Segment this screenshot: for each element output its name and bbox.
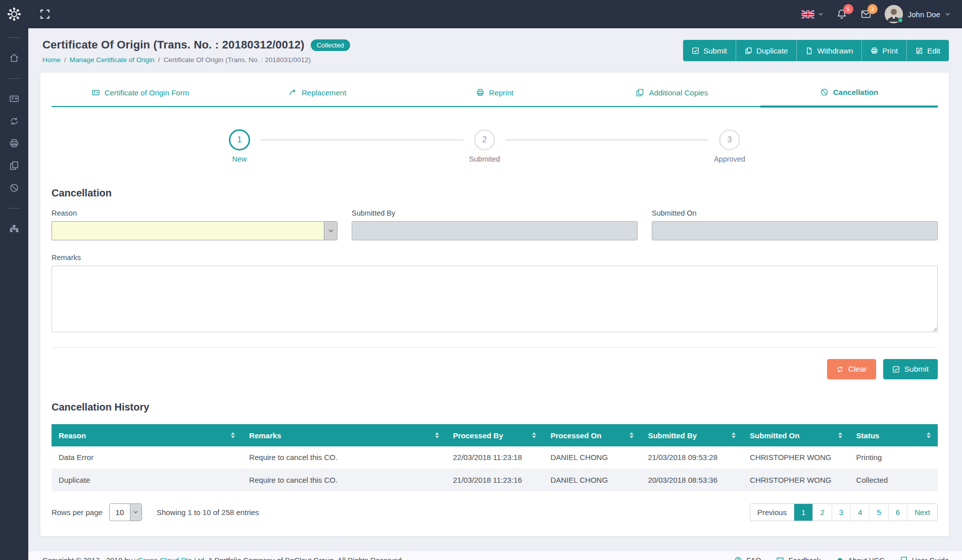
messages-button[interactable]: 3	[860, 9, 872, 20]
ban-icon	[820, 88, 829, 96]
sidebar-item-certificate[interactable]	[4, 89, 24, 109]
pagination-page-4[interactable]: 4	[850, 504, 869, 521]
print-button[interactable]: Print	[862, 40, 907, 61]
withdrawn-button[interactable]: Withdrawn	[797, 40, 862, 61]
redo-arrow-icon	[288, 88, 297, 97]
column-header-submitted-by[interactable]: Submitted By	[641, 424, 743, 446]
breadcrumb-current: Certificate Of Origin (Trans. No. : 2018…	[164, 56, 311, 64]
chevron-down-icon	[324, 222, 337, 240]
sort-icon	[532, 432, 536, 438]
step-label: New	[232, 155, 247, 163]
cell-status: Printing	[849, 446, 938, 469]
form-submit-button[interactable]: Submit	[883, 359, 938, 379]
breadcrumb-separator: /	[158, 56, 160, 64]
showing-entries-text: Showing 1 to 10 of 258 entries	[157, 508, 259, 517]
tab-certificate-of-origin-form[interactable]: Certificate of Origin Form	[52, 80, 229, 106]
chevron-down-icon	[819, 13, 823, 16]
avatar	[885, 5, 903, 23]
about-vcc-link[interactable]: About VCC	[836, 556, 885, 560]
column-header-remarks[interactable]: Remarks	[242, 424, 446, 446]
column-header-submitted-on[interactable]: Submitted On	[743, 424, 849, 446]
sidebar-item-reprint[interactable]	[4, 133, 24, 154]
printer-icon	[476, 88, 485, 97]
step-new: 1 New	[218, 129, 261, 163]
copyright-text: Copyright © 2017 - 2018 by vCargo Cloud …	[42, 556, 404, 560]
reason-label: Reason	[52, 209, 338, 217]
notifications-button[interactable]: 5	[836, 9, 847, 20]
pagination-next[interactable]: Next	[907, 504, 937, 521]
chevron-down-icon	[945, 13, 950, 16]
page-header: Certificate Of Origin (Trans. No. : 2018…	[28, 28, 962, 73]
step-approved: 3 Approved	[708, 129, 751, 163]
sort-icon	[927, 432, 931, 438]
company-link[interactable]: vCargo Cloud Pte Ltd	[134, 556, 205, 560]
sort-icon	[732, 432, 736, 438]
step-circle: 3	[719, 129, 740, 150]
sidebar-divider	[8, 208, 20, 209]
column-header-processed-by[interactable]: Processed By	[446, 424, 544, 446]
cell-remarks: Require to cancel this CO.	[242, 469, 446, 491]
sidebar-item-cancellation[interactable]	[4, 178, 24, 198]
remarks-textarea[interactable]	[52, 266, 938, 332]
pagination-page-6[interactable]: 6	[888, 504, 907, 521]
pagination-page-5[interactable]: 5	[869, 504, 888, 521]
submitted-by-label: Submitted By	[352, 209, 638, 217]
cell-reason: Duplicate	[52, 469, 242, 491]
sidebar-item-sitemap[interactable]	[4, 219, 24, 239]
edit-button[interactable]: Edit	[907, 40, 949, 61]
step-submited: 2 Submited	[463, 129, 506, 163]
chevron-down-icon	[130, 504, 141, 521]
sidebar-item-additional-copies[interactable]	[4, 156, 24, 176]
pagination-page-1[interactable]: 1	[794, 504, 812, 521]
cancellation-history-table: Reason Remarks Processed By Processed On…	[52, 424, 938, 491]
step-label: Approved	[714, 155, 745, 163]
sort-icon	[630, 432, 634, 438]
sidebar-item-replacement[interactable]	[4, 111, 24, 131]
tab-replacement[interactable]: Replacement	[229, 80, 406, 106]
printer-icon	[9, 138, 19, 148]
fullscreen-button[interactable]	[40, 10, 50, 19]
faq-link[interactable]: FAQ	[734, 556, 761, 560]
question-circle-icon	[734, 556, 742, 560]
cancellation-history-heading: Cancellation History	[52, 401, 938, 413]
pagination-page-3[interactable]: 3	[832, 504, 850, 521]
submit-button[interactable]: Submit	[683, 40, 736, 61]
feedback-link[interactable]: Feedback	[776, 556, 821, 560]
tab-reprint[interactable]: Reprint	[406, 80, 584, 106]
cell-submitted-on: CHRISTOPHER WONG	[743, 469, 849, 491]
rows-per-page-select[interactable]: 10	[109, 503, 142, 521]
app-logo-icon[interactable]	[0, 0, 28, 28]
language-selector[interactable]	[801, 10, 823, 19]
step-circle: 1	[229, 129, 250, 150]
user-guide-link[interactable]: User Guide	[900, 556, 949, 560]
column-header-processed-on[interactable]: Processed On	[543, 424, 641, 446]
status-badge: Collected	[311, 39, 350, 51]
sort-icon	[435, 432, 439, 438]
submitted-on-field	[652, 221, 938, 240]
user-menu[interactable]: John Doe	[885, 5, 950, 23]
uk-flag-icon	[801, 10, 814, 19]
breadcrumb-manage-co[interactable]: Manage Certificate of Origin	[70, 56, 155, 64]
footer: Copyright © 2017 - 2018 by vCargo Cloud …	[28, 550, 962, 560]
pagination-page-2[interactable]: 2	[812, 504, 831, 521]
book-icon	[900, 556, 908, 560]
step-circle: 2	[474, 129, 495, 150]
column-header-status[interactable]: Status	[849, 424, 938, 446]
column-header-reason[interactable]: Reason	[52, 424, 242, 446]
sidebar-item-home[interactable]	[4, 48, 24, 68]
tab-additional-copies[interactable]: Additional Copies	[583, 80, 760, 106]
home-icon	[9, 53, 19, 63]
breadcrumb-home[interactable]: Home	[42, 56, 61, 64]
reason-select[interactable]	[52, 221, 338, 240]
user-name: John Doe	[908, 10, 940, 19]
cell-remarks: Require to cancel this CO.	[242, 446, 446, 469]
sidebar-divider	[8, 78, 20, 79]
pagination-previous[interactable]: Previous	[750, 504, 794, 521]
clear-button[interactable]: Clear	[827, 359, 876, 379]
copies-icon	[636, 88, 644, 97]
sort-icon	[838, 432, 842, 438]
tab-cancellation[interactable]: Cancellation	[760, 80, 938, 108]
table-pager: Rows per page 10 Showing 1 to 10 of 258 …	[52, 503, 938, 521]
duplicate-button[interactable]: Duplicate	[736, 40, 797, 61]
sitemap-icon	[9, 224, 19, 234]
